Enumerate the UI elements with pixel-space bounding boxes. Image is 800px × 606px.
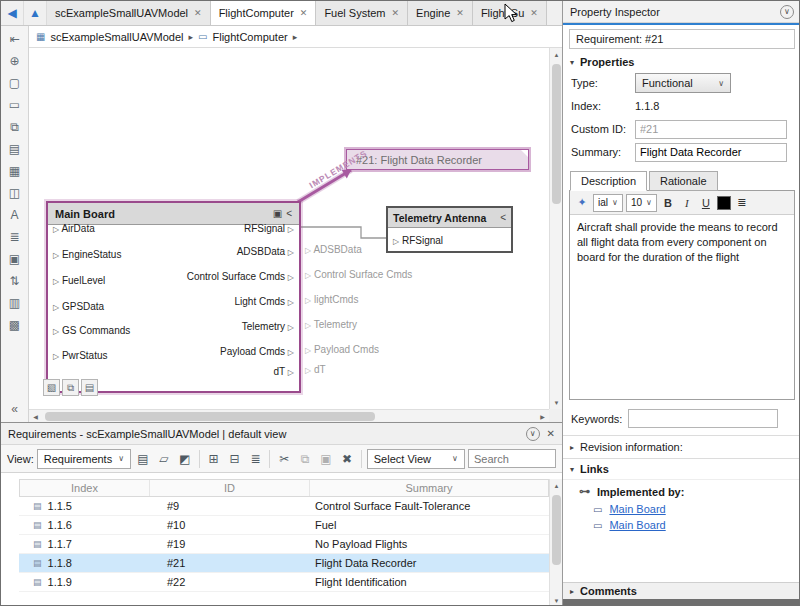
column-header-index[interactable]: Index — [20, 480, 150, 496]
swap-icon[interactable]: ⇅ — [4, 271, 26, 291]
font-color-swatch[interactable] — [717, 196, 731, 210]
viewport-icon[interactable]: ▭ — [4, 95, 26, 115]
requirement-row[interactable]: ▤1.1.9 #22 Flight Identification — [19, 573, 549, 592]
align-icon[interactable]: ≣ — [734, 194, 750, 212]
panel-menu-icon[interactable]: ∨ — [780, 5, 794, 19]
table-icon[interactable]: ▥ — [4, 293, 26, 313]
output-port-rfsignal[interactable]: RFSignal ▷ — [244, 222, 294, 236]
stub-dt[interactable]: ▷ dT — [305, 363, 326, 377]
close-icon[interactable]: ✕ — [456, 8, 464, 18]
diagram-canvas[interactable]: Main Board ▣ < ▷ AirData ▷ EngineStatus … — [29, 48, 549, 409]
output-port-payloadcmds[interactable]: Payload Cmds ▷ — [220, 345, 294, 359]
tab-description[interactable]: Description — [570, 171, 647, 191]
paste-icon[interactable]: ▣ — [317, 449, 335, 469]
bold-button[interactable]: B — [660, 194, 676, 212]
input-port-gscommands[interactable]: ▷ GS Commands — [53, 324, 130, 338]
description-text[interactable]: Aircraft shall provide the means to reco… — [570, 215, 794, 399]
input-port-fuellevel[interactable]: ▷ FuelLevel — [53, 274, 105, 288]
output-port-adsbdata[interactable]: ADSBData ▷ — [237, 245, 294, 259]
output-port-controlsurface[interactable]: Control Surface Cmds ▷ — [187, 270, 294, 284]
image-icon[interactable]: ▣ — [4, 249, 26, 269]
add-requirement-icon[interactable]: ⊞ — [205, 449, 223, 469]
telemetry-antenna-block[interactable]: Telemetry Antenna < ▷ RFSignal — [386, 206, 513, 253]
close-icon[interactable]: ✕ — [194, 8, 202, 18]
column-header-id[interactable]: ID — [150, 480, 310, 496]
close-icon[interactable]: ✕ — [530, 8, 538, 18]
close-icon[interactable]: ✕ — [547, 428, 555, 439]
requirement-row[interactable]: ▤1.1.6 #10 Fuel — [19, 516, 549, 535]
compare-icon[interactable]: ◫ — [4, 183, 26, 203]
up-icon[interactable]: ▲ — [24, 1, 47, 25]
input-port-enginestatus[interactable]: ▷ EngineStatus — [53, 248, 121, 262]
section-properties[interactable]: ▾ Properties — [563, 52, 800, 72]
main-board-link[interactable]: Main Board — [609, 519, 665, 531]
hierarchy-icon[interactable]: ≣ — [246, 449, 264, 469]
keywords-field[interactable] — [628, 409, 778, 428]
requirement-row[interactable]: ▤1.1.7 #19 No Payload Flights — [19, 535, 549, 554]
zoom-icon[interactable]: ⊕ — [4, 51, 26, 71]
grid-icon[interactable]: ▦ — [4, 161, 26, 181]
layers-icon[interactable]: ▤ — [4, 139, 26, 159]
tab-flightcomputer[interactable]: FlightComputer ✕ — [211, 1, 317, 25]
requirement-row-selected[interactable]: ▤1.1.8 #21 Flight Data Recorder — [19, 554, 549, 573]
collapse-icon[interactable]: « — [4, 399, 26, 419]
stub-adsbdata[interactable]: ▷ ADSBData — [305, 243, 362, 257]
requirement-annotation[interactable]: #21: Flight Data Recorder — [346, 149, 529, 170]
fit-view-icon[interactable]: ▢ — [4, 73, 26, 93]
view-select[interactable]: Requirements ∨ — [37, 449, 131, 469]
share-icon[interactable]: < — [286, 208, 292, 219]
custom-id-field[interactable] — [635, 120, 787, 139]
copy-icon[interactable]: ⧉ — [296, 449, 314, 469]
scrollbar-thumb[interactable] — [552, 64, 561, 204]
input-port-airdata[interactable]: ▷ AirData — [53, 222, 95, 236]
table-scrollbar[interactable]: ▲ ▼ — [549, 479, 562, 606]
stub-payloadcmds[interactable]: ▷ Payload Cmds — [305, 343, 379, 357]
note-icon[interactable]: ≣ — [4, 227, 26, 247]
interface-editor-icon[interactable]: ▧ — [43, 379, 60, 396]
tab-model[interactable]: scExampleSmallUAVModel ✕ — [47, 1, 211, 25]
delete-icon[interactable]: ✖ — [338, 449, 356, 469]
input-port-pwrstatus[interactable]: ▷ PwrStatus — [53, 349, 108, 363]
main-board-link[interactable]: Main Board — [609, 503, 665, 515]
close-icon[interactable]: ✕ — [392, 8, 400, 18]
scrollbar-thumb[interactable] — [552, 495, 561, 565]
section-links[interactable]: ▾ Links — [563, 459, 800, 480]
tab-engine[interactable]: Engine ✕ — [408, 1, 473, 25]
share-icon[interactable]: < — [500, 212, 506, 223]
badge-icon[interactable]: ▣ — [273, 208, 282, 219]
search-input[interactable] — [468, 449, 556, 468]
stub-lightcmds[interactable]: ▷ lightCmds — [305, 293, 358, 307]
summary-field[interactable] — [635, 143, 787, 162]
input-port-gpsdata[interactable]: ▷ GPSData — [53, 300, 104, 314]
output-port-lightcmds[interactable]: Light Cmds ▷ — [234, 295, 294, 309]
tab-fuel-system[interactable]: Fuel System ✕ — [316, 1, 408, 25]
scrollbar-thumb[interactable] — [45, 412, 375, 421]
font-name-select[interactable]: ial ∨ — [593, 194, 623, 212]
main-board-block[interactable]: Main Board ▣ < ▷ AirData ▷ EngineStatus … — [46, 201, 301, 393]
cut-icon[interactable]: ✂ — [275, 449, 293, 469]
breadcrumb-model[interactable]: scExampleSmallUAVModel — [50, 31, 183, 43]
back-icon[interactable]: ◀ — [1, 1, 24, 25]
horizontal-scrollbar[interactable]: ◀ ▶ — [29, 409, 549, 422]
requirements-panel-titlebar[interactable]: Requirements - scExampleSmallUAVModel | … — [1, 423, 562, 445]
pattern-icon[interactable]: ▩ — [4, 315, 26, 335]
select-view-dropdown[interactable]: Select View ∨ — [367, 449, 465, 469]
stub-controlsurface[interactable]: ▷ Control Surface Cmds — [305, 268, 412, 282]
vertical-scrollbar[interactable]: ▲ ▼ — [549, 48, 562, 409]
save-icon[interactable]: ◩ — [176, 449, 194, 469]
views-icon[interactable]: ⧉ — [62, 379, 79, 396]
output-port-dt[interactable]: dT ▷ — [274, 365, 294, 379]
tab-rationale[interactable]: Rationale — [649, 171, 717, 191]
hide-browser-icon[interactable]: ⇤ — [4, 29, 26, 49]
format-icon[interactable]: ✦ — [574, 194, 590, 212]
underline-button[interactable]: U — [698, 194, 714, 212]
profile-editor-icon[interactable]: ▤ — [81, 379, 98, 396]
open-icon[interactable]: ▱ — [155, 449, 173, 469]
copy-view-icon[interactable]: ⧉ — [4, 117, 26, 137]
input-port-rfsignal[interactable]: ▷ RFSignal — [393, 234, 443, 248]
close-icon[interactable]: ✕ — [300, 8, 308, 18]
annotation-icon[interactable]: A — [4, 205, 26, 225]
type-dropdown[interactable]: Functional ∨ — [635, 73, 731, 93]
stub-telemetry[interactable]: ▷ Telemetry — [305, 318, 357, 332]
section-comments[interactable]: ▸ Comments — [563, 582, 800, 599]
